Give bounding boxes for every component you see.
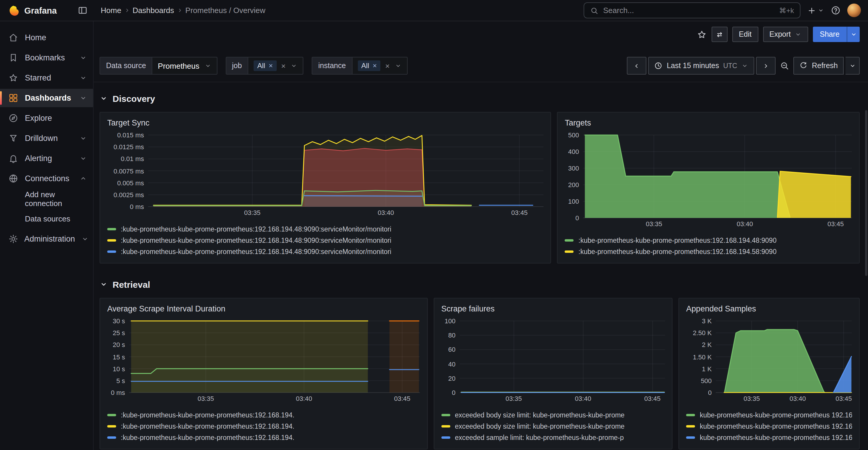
panel-title[interactable]: Average Scrape Interval Duration — [107, 303, 420, 315]
export-button[interactable]: Export — [763, 27, 808, 42]
breadcrumb-item[interactable]: Home — [101, 6, 121, 15]
job-value-chip[interactable]: All× — [254, 60, 276, 71]
sidebar-item-connections[interactable]: Connections — [0, 169, 93, 188]
star-dashboard-button[interactable] — [697, 29, 707, 39]
time-back-button[interactable] — [627, 57, 647, 74]
add-button[interactable] — [807, 6, 824, 15]
legend-item[interactable]: :kube-prometheus-kube-prome-prometheus:1… — [107, 432, 420, 443]
plus-icon — [807, 6, 816, 15]
chevron-down-icon — [204, 62, 211, 69]
y-axis: 0 ms5 s10 s15 s20 s25 s30 s — [107, 321, 129, 392]
legend-label: :kube-prometheus-kube-prome-prometheus:1… — [121, 236, 391, 244]
chart-canvas[interactable] — [583, 135, 852, 218]
legend-item[interactable]: :kube-prometheus-kube-prome-prometheus:1… — [107, 409, 420, 420]
refresh-interval-button[interactable] — [845, 57, 860, 74]
legend-item[interactable]: exceeded sample limit: kube-prometheus-k… — [441, 432, 665, 443]
chart-area: 05001 K1.50 K2 K2.50 K3 K03:3503:4003:45 — [686, 321, 852, 405]
legend-item[interactable]: :kube-prometheus-kube-prome-prometheus:1… — [107, 223, 544, 234]
share-menu-button[interactable] — [847, 27, 860, 42]
chart-area: 0 ms5 s10 s15 s20 s25 s30 s03:3503:4003:… — [107, 321, 420, 405]
help-button[interactable] — [831, 5, 841, 15]
sidebar-item-dashboards[interactable]: Dashboards — [0, 89, 93, 107]
clear-filter-icon[interactable]: × — [385, 61, 390, 70]
time-range-button[interactable]: Last 15 minutes UTC — [649, 57, 754, 74]
panel-targets: Targets010020030040050003:3503:4003:45:k… — [557, 112, 860, 263]
sidebar-item-alerting[interactable]: Alerting — [0, 149, 93, 167]
x-axis-label: 03:45 — [828, 220, 844, 227]
chevron-down-icon — [850, 31, 857, 38]
search-box[interactable]: ⌘+k — [584, 2, 801, 18]
star-icon — [697, 29, 707, 39]
breadcrumb: HomeDashboardsPrometheus / Overview — [94, 6, 266, 15]
sidebar-item-bookmarks[interactable]: Bookmarks — [0, 49, 93, 67]
legend-item[interactable]: exceeded body size limit: kube-prometheu… — [441, 409, 665, 420]
datasource-select[interactable]: Prometheus — [152, 57, 217, 74]
sidebar-item-label: Drilldown — [25, 134, 58, 143]
sidebar-item-administration[interactable]: Administration — [0, 230, 93, 248]
legend-item[interactable]: :kube-prometheus-kube-prome-prometheus:1… — [107, 246, 544, 257]
sidebar-item-starred[interactable]: Starred — [0, 69, 93, 87]
edit-button[interactable]: Edit — [732, 27, 758, 42]
panel-title[interactable]: Appended Samples — [686, 303, 852, 315]
bookmark-icon — [8, 53, 19, 63]
time-forward-button[interactable] — [756, 57, 776, 74]
legend-item[interactable]: :kube-prometheus-kube-prome-prometheus:1… — [565, 234, 852, 246]
legend-item[interactable]: kube-prometheus-kube-prome-prometheus 19… — [686, 432, 852, 443]
scrollbar[interactable] — [865, 110, 867, 276]
legend: kube-prometheus-kube-prome-prometheus 19… — [686, 409, 852, 443]
sidebar-item-data-sources[interactable]: Data sources — [0, 210, 93, 228]
y-axis: 0 ms0.0025 ms0.005 ms0.0075 ms0.01 ms0.0… — [107, 135, 148, 207]
y-axis-label: 0 — [575, 214, 579, 221]
chip-remove-icon[interactable]: × — [373, 62, 377, 70]
chevron-down-icon — [290, 62, 298, 69]
chevron-down-icon — [80, 155, 87, 162]
clear-filter-icon[interactable]: × — [281, 61, 286, 70]
refresh-button[interactable]: Refresh — [793, 57, 844, 74]
instance-select[interactable]: All× × — [352, 57, 407, 74]
legend-item[interactable]: :kube-prometheus-kube-prome-prometheus:1… — [565, 246, 852, 257]
chart-canvas[interactable] — [460, 321, 665, 392]
panel-title[interactable]: Scrape failures — [441, 303, 665, 315]
sidebar: HomeBookmarksStarredDashboardsExploreDri… — [0, 21, 94, 450]
chart-canvas[interactable] — [129, 321, 420, 392]
avatar[interactable] — [847, 4, 861, 17]
breadcrumb-item[interactable]: Dashboards — [132, 6, 174, 15]
y-axis-label: 80 — [448, 331, 456, 339]
legend-item[interactable]: kube-prometheus-kube-prome-prometheus 19… — [686, 409, 852, 420]
panel-arrows-button[interactable] — [712, 27, 727, 42]
panel-title[interactable]: Targets — [565, 117, 852, 129]
sidebar-item-label: Explore — [25, 114, 52, 123]
section-header-discovery[interactable]: Discovery — [99, 89, 860, 107]
chart-canvas[interactable] — [716, 321, 852, 392]
globe-icon — [8, 173, 19, 184]
legend-item[interactable]: :kube-prometheus-kube-prome-prometheus:1… — [107, 234, 544, 246]
panel-title[interactable]: Target Sync — [107, 117, 544, 129]
y-axis-label: 20 s — [113, 341, 125, 349]
section-header-retrieval[interactable]: Retrieval — [99, 275, 860, 293]
legend-item[interactable]: kube-prometheus-kube-prome-prometheus 19… — [686, 420, 852, 432]
search-input[interactable] — [603, 6, 774, 15]
share-button[interactable]: Share — [813, 27, 847, 42]
y-axis-label: 300 — [568, 165, 579, 172]
legend-item[interactable]: exceeded body size limit: kube-prometheu… — [441, 420, 665, 432]
legend-item[interactable]: :kube-prometheus-kube-prome-prometheus:1… — [107, 420, 420, 432]
sidebar-item-explore[interactable]: Explore — [0, 109, 93, 127]
sidebar-item-add-new-connection[interactable]: Add new connection — [0, 190, 93, 208]
instance-value-chip[interactable]: All× — [358, 60, 380, 71]
chevron-down-icon — [818, 7, 824, 13]
chip-remove-icon[interactable]: × — [269, 62, 273, 70]
zoom-out-button[interactable] — [777, 61, 792, 70]
sidebar-item-drilldown[interactable]: Drilldown — [0, 129, 93, 148]
header-actions: ⌘+k — [584, 2, 861, 18]
sidebar-toggle-button[interactable] — [78, 5, 88, 15]
x-axis-label: 03:45 — [394, 395, 410, 402]
sidebar-item-label: Data sources — [25, 214, 70, 223]
y-axis: 05001 K1.50 K2 K2.50 K3 K — [686, 321, 716, 392]
y-axis-label: 60 — [448, 346, 456, 353]
job-filter: job All× × — [225, 57, 303, 74]
sidebar-item-home[interactable]: Home — [0, 28, 93, 47]
breadcrumb-item: Prometheus / Overview — [185, 6, 266, 15]
chevron-down-icon — [204, 62, 211, 69]
job-select[interactable]: All× × — [248, 57, 303, 74]
chart-canvas[interactable] — [148, 135, 544, 207]
